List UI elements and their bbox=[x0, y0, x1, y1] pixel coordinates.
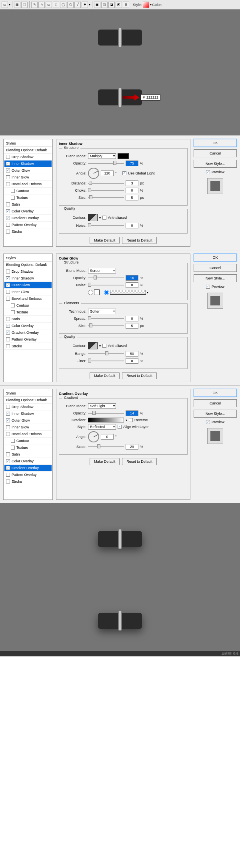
new-style-button[interactable]: New Style... bbox=[194, 160, 237, 168]
polygon-icon[interactable]: ⬡ bbox=[67, 2, 74, 8]
bevel-item[interactable]: Bevel and Emboss bbox=[4, 431, 52, 438]
inner-shadow-item[interactable]: Inner Shadow bbox=[4, 410, 52, 417]
rect-icon[interactable]: ▭ bbox=[46, 2, 52, 8]
new-style-button[interactable]: New Style... bbox=[194, 274, 237, 282]
noise-slider[interactable] bbox=[88, 225, 124, 226]
inner-shadow-item[interactable]: Inner Shadow bbox=[4, 161, 52, 167]
distance-input[interactable]: 3 bbox=[126, 180, 138, 186]
noise-input[interactable]: 0 bbox=[126, 223, 138, 228]
rrect-icon[interactable]: ◻ bbox=[53, 2, 59, 8]
satin-item[interactable]: Satin bbox=[4, 201, 52, 208]
contour-item[interactable]: Contour bbox=[4, 302, 52, 309]
fill-pixels-icon[interactable]: ⬚ bbox=[21, 2, 28, 8]
reset-default-button[interactable]: Reset to Default bbox=[122, 372, 157, 379]
ok-button[interactable]: OK bbox=[194, 254, 237, 262]
outer-glow-item[interactable]: Outer Glow bbox=[4, 282, 52, 289]
cancel-button[interactable]: Cancel bbox=[194, 264, 237, 272]
texture-item[interactable]: Texture bbox=[4, 309, 52, 316]
combine-int-icon[interactable]: ◩ bbox=[116, 2, 122, 8]
ellipse-icon[interactable]: ◯ bbox=[60, 2, 66, 8]
opacity-input[interactable]: 75 bbox=[126, 161, 138, 166]
choke-slider[interactable] bbox=[88, 190, 124, 191]
custom-shape-icon[interactable]: ✱ bbox=[82, 2, 88, 8]
angle-dial[interactable] bbox=[88, 431, 99, 442]
spread-slider[interactable] bbox=[88, 318, 124, 319]
size-slider[interactable] bbox=[88, 325, 124, 326]
angle-input[interactable]: 120 bbox=[101, 170, 114, 176]
preview-check[interactable] bbox=[206, 285, 210, 289]
anti-alias-check[interactable] bbox=[102, 216, 106, 220]
noise-slider[interactable] bbox=[88, 285, 124, 285]
drop-shadow-item[interactable]: Drop Shadow bbox=[4, 154, 52, 161]
jitter-input[interactable]: 0 bbox=[126, 358, 138, 364]
scale-input[interactable]: 29 bbox=[126, 444, 138, 450]
bevel-item[interactable]: Bevel and Emboss bbox=[4, 181, 52, 188]
combine-add-icon[interactable]: ◫ bbox=[101, 2, 108, 8]
size-input[interactable]: 5 bbox=[126, 323, 138, 329]
blend-mode-select[interactable]: Multiply bbox=[88, 153, 116, 159]
make-default-button[interactable]: Make Default bbox=[90, 372, 120, 379]
shape-layers-icon[interactable]: ▭ bbox=[2, 2, 8, 8]
stroke-item[interactable]: Stroke bbox=[4, 343, 52, 350]
contour-picker[interactable] bbox=[88, 342, 98, 349]
range-input[interactable]: 50 bbox=[126, 351, 138, 357]
technique-select[interactable]: Softer bbox=[88, 309, 116, 314]
blending-options-item[interactable]: Blending Options: Default bbox=[4, 397, 52, 404]
distance-slider[interactable] bbox=[88, 183, 124, 184]
size-input[interactable]: 5 bbox=[126, 195, 138, 200]
ok-button[interactable]: OK bbox=[194, 139, 237, 147]
reset-default-button[interactable]: Reset to Default bbox=[122, 237, 157, 244]
drop-shadow-item[interactable]: Drop Shadow bbox=[4, 268, 52, 275]
inner-shadow-item[interactable]: Inner Shadow bbox=[4, 275, 52, 282]
opacity-slider[interactable] bbox=[88, 277, 124, 278]
paths-icon[interactable]: ▦ bbox=[14, 2, 20, 8]
make-default-button[interactable]: Make Default bbox=[90, 458, 120, 465]
global-light-check[interactable] bbox=[122, 171, 126, 175]
new-style-button[interactable]: New Style... bbox=[194, 410, 237, 418]
angle-input[interactable]: 0 bbox=[101, 434, 114, 440]
stroke-item[interactable]: Stroke bbox=[4, 478, 52, 485]
pattern-overlay-item[interactable]: Pattern Overlay bbox=[4, 472, 52, 478]
freeform-icon[interactable]: ∿ bbox=[38, 2, 45, 8]
inner-glow-item[interactable]: Inner Glow bbox=[4, 424, 52, 431]
inner-glow-item[interactable]: Inner Glow bbox=[4, 174, 52, 181]
texture-item[interactable]: Texture bbox=[4, 444, 52, 451]
glow-solid-radio[interactable] bbox=[88, 290, 93, 295]
outer-glow-item[interactable]: Outer Glow bbox=[4, 417, 52, 424]
combine-new-icon[interactable]: ▣ bbox=[94, 2, 100, 8]
ok-button[interactable]: OK bbox=[194, 389, 237, 397]
pen-icon[interactable]: ✎ bbox=[31, 2, 38, 8]
glow-gradient-picker[interactable] bbox=[110, 290, 146, 295]
gradient-overlay-item[interactable]: Gradient Overlay bbox=[4, 465, 52, 472]
glow-color-swatch[interactable] bbox=[94, 289, 100, 295]
stroke-item[interactable]: Stroke bbox=[4, 228, 52, 235]
color-overlay-item[interactable]: Color Overlay bbox=[4, 208, 52, 215]
pattern-overlay-item[interactable]: Pattern Overlay bbox=[4, 336, 52, 343]
reset-default-button[interactable]: Reset to Default bbox=[122, 458, 157, 465]
spread-input[interactable]: 0 bbox=[126, 316, 138, 321]
combine-excl-icon[interactable]: ⊞ bbox=[123, 2, 129, 8]
size-slider[interactable] bbox=[88, 197, 124, 198]
range-slider[interactable] bbox=[88, 353, 124, 354]
cancel-button[interactable]: Cancel bbox=[194, 149, 237, 157]
combine-sub-icon[interactable]: ◪ bbox=[108, 2, 115, 8]
satin-item[interactable]: Satin bbox=[4, 451, 52, 458]
jitter-slider[interactable] bbox=[88, 361, 124, 361]
color-overlay-item[interactable]: Color Overlay bbox=[4, 458, 52, 465]
gradient-style-select[interactable]: Reflected bbox=[88, 424, 116, 430]
cancel-button[interactable]: Cancel bbox=[194, 399, 237, 407]
opacity-slider[interactable] bbox=[88, 413, 124, 414]
opacity-input[interactable]: 16 bbox=[126, 275, 138, 281]
glow-gradient-radio[interactable] bbox=[104, 290, 109, 295]
angle-dial[interactable] bbox=[88, 168, 99, 179]
scale-slider[interactable] bbox=[88, 446, 124, 447]
blending-options-item[interactable]: Blending Options: Default bbox=[4, 147, 52, 154]
anti-alias-check[interactable] bbox=[102, 344, 106, 348]
opacity-slider[interactable] bbox=[88, 163, 124, 164]
preview-check[interactable] bbox=[206, 170, 210, 174]
blending-options-item[interactable]: Blending Options: Default bbox=[4, 262, 52, 268]
blend-mode-select[interactable]: Soft Light bbox=[88, 403, 116, 409]
pattern-overlay-item[interactable]: Pattern Overlay bbox=[4, 222, 52, 228]
reverse-check[interactable] bbox=[129, 418, 133, 422]
color-overlay-item[interactable]: Color Overlay bbox=[4, 323, 52, 329]
